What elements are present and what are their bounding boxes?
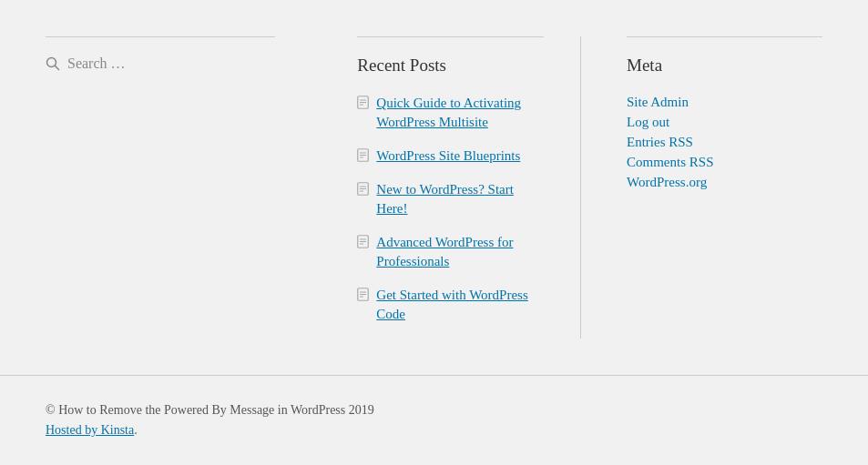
post-icon (357, 96, 369, 113)
footer-suffix: . (134, 423, 138, 437)
list-item: Log out (627, 114, 822, 130)
main-content: Recent Posts Quick Guide to Activating W… (0, 0, 868, 375)
post-link[interactable]: New to WordPress? Start Here! (376, 180, 544, 218)
search-column (46, 36, 311, 339)
list-item: Quick Guide to Activating WordPress Mult… (357, 94, 544, 132)
list-item: Comments RSS (627, 154, 822, 170)
post-icon (357, 182, 369, 199)
list-item: Entries RSS (627, 134, 822, 150)
post-link[interactable]: Quick Guide to Activating WordPress Mult… (376, 94, 544, 132)
post-link[interactable]: Get Started with WordPress Code (376, 286, 544, 324)
footer-copyright: © How to Remove the Powered By Message i… (46, 403, 822, 418)
post-icon (357, 235, 369, 252)
post-link[interactable]: Advanced WordPress for Professionals (376, 233, 544, 271)
list-item: Get Started with WordPress Code (357, 286, 544, 324)
recent-posts-title: Recent Posts (357, 36, 544, 76)
site-footer: © How to Remove the Powered By Message i… (0, 375, 868, 465)
list-item: Site Admin (627, 94, 822, 110)
search-form (46, 56, 275, 72)
meta-list: Site Admin Log out Entries RSS Comments … (627, 94, 822, 190)
meta-link-wordpress-org[interactable]: WordPress.org (627, 175, 707, 189)
list-item: New to WordPress? Start Here! (357, 180, 544, 218)
list-item: Advanced WordPress for Professionals (357, 233, 544, 271)
meta-link-comments-rss[interactable]: Comments RSS (627, 155, 713, 169)
post-icon (357, 148, 369, 166)
meta-column: Meta Site Admin Log out Entries RSS Comm… (581, 36, 822, 339)
search-icon (46, 56, 60, 71)
page-wrapper: Recent Posts Quick Guide to Activating W… (0, 0, 868, 465)
post-link[interactable]: WordPress Site Blueprints (376, 147, 520, 166)
list-item: WordPress.org (627, 174, 822, 190)
meta-link-logout[interactable]: Log out (627, 115, 669, 129)
post-icon (357, 288, 369, 305)
meta-link-entries-rss[interactable]: Entries RSS (627, 135, 693, 149)
footer-hosted: Hosted by Kinsta. (46, 423, 822, 438)
svg-line-1 (55, 66, 58, 69)
meta-title: Meta (627, 36, 822, 76)
footer-hosted-link[interactable]: Hosted by Kinsta (46, 423, 134, 437)
meta-link-site-admin[interactable]: Site Admin (627, 95, 689, 109)
posts-list: Quick Guide to Activating WordPress Mult… (357, 94, 544, 324)
recent-posts-column: Recent Posts Quick Guide to Activating W… (311, 36, 581, 339)
search-input[interactable] (67, 56, 268, 72)
search-widget (46, 36, 275, 72)
list-item: WordPress Site Blueprints (357, 147, 544, 166)
